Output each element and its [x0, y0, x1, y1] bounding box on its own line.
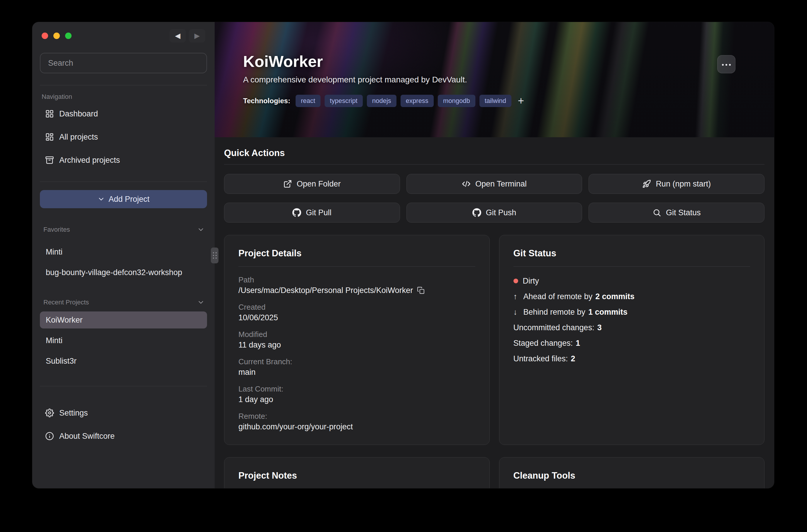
field-value: 10/06/2025	[238, 312, 278, 323]
project-title: KoiWorker	[243, 53, 710, 70]
recent-item-sublist3r[interactable]: Sublist3r	[40, 353, 207, 369]
favorite-item[interactable]: bug-bounty-village-defcon32-workshop	[40, 264, 207, 281]
zoom-window-button[interactable]	[65, 33, 72, 39]
sidebar: ◀ ▶ Navigation Dashboard	[32, 22, 215, 488]
close-window-button[interactable]	[42, 33, 48, 39]
recent-projects-section-label: Recent Projects	[42, 299, 89, 306]
field-modified: Modified 11 days ago	[238, 329, 475, 350]
sidebar-footer: Settings About Swiftcore	[40, 403, 207, 446]
recent-item-koiworker[interactable]: KoiWorker	[40, 311, 207, 328]
recent-projects-list: KoiWorker Minti Sublist3r	[40, 311, 207, 369]
divider	[238, 266, 475, 267]
project-subtitle: A comprehensive development project mana…	[243, 75, 710, 85]
recent-item-minti[interactable]: Minti	[40, 332, 207, 349]
projects-grid-icon	[45, 133, 54, 141]
button-label: Git Pull	[306, 208, 331, 217]
tech-tag-express: express	[401, 95, 434, 107]
button-label: Git Status	[666, 208, 701, 217]
divider	[40, 182, 207, 182]
desktop-background: ◀ ▶ Navigation Dashboard	[0, 0, 807, 532]
divider	[514, 266, 750, 267]
project-details-card: Project Details Path /Users/mac/Desktop/…	[224, 235, 490, 445]
git-row-untracked: Untracked files: 2	[514, 353, 750, 364]
tech-tag-typescript: typescript	[325, 95, 363, 107]
technologies-row: Technologies: react typescript nodejs ex…	[243, 95, 710, 107]
button-label: Run (npm start)	[656, 179, 711, 189]
sidebar-item-settings[interactable]: Settings	[40, 403, 207, 423]
card-title: Project Details	[238, 248, 475, 259]
project-details-fields: Path /Users/mac/Desktop/Personal Project…	[238, 275, 475, 432]
field-value: main	[238, 366, 256, 378]
copy-path-button[interactable]	[417, 286, 425, 295]
project-notes-card: Project Notes	[224, 457, 490, 488]
github-icon	[292, 208, 301, 217]
add-project-button[interactable]: Add Project	[40, 190, 207, 208]
open-folder-button[interactable]: Open Folder	[224, 174, 400, 194]
tech-tag-tailwind: tailwind	[479, 95, 512, 107]
rocket-icon	[642, 179, 651, 188]
info-cards-row: Project Details Path /Users/mac/Desktop/…	[224, 235, 765, 445]
arrow-down-icon: ↓	[514, 306, 520, 318]
recent-item-label: Sublist3r	[46, 357, 77, 366]
field-value: /Users/mac/Desktop/Personal Projects/Koi…	[238, 285, 413, 296]
chevron-down-icon	[97, 195, 105, 203]
cleanup-tools-card: Cleanup Tools	[499, 457, 765, 488]
field-label: Last Commit:	[238, 384, 475, 394]
ellipsis-icon	[721, 62, 732, 66]
button-label: Open Terminal	[475, 179, 527, 189]
minimize-window-button[interactable]	[53, 33, 60, 39]
more-options-button[interactable]	[717, 55, 735, 73]
technologies-label: Technologies:	[243, 97, 290, 105]
open-terminal-button[interactable]: Open Terminal	[406, 174, 582, 194]
field-path: Path /Users/mac/Desktop/Personal Project…	[238, 275, 475, 296]
git-row-behind: ↓ Behind remote by 1 commits	[514, 306, 750, 318]
field-label: Current Branch:	[238, 357, 475, 366]
tech-tag-mongodb: mongodb	[438, 95, 475, 107]
sidebar-item-about[interactable]: About Swiftcore	[40, 426, 207, 446]
archive-box-icon	[45, 156, 54, 165]
search-input[interactable]	[40, 53, 207, 73]
quick-actions-title: Quick Actions	[224, 148, 765, 158]
sidebar-item-all-projects[interactable]: All projects	[40, 127, 207, 147]
search-icon	[652, 208, 661, 217]
quick-actions-grid: Open Folder Open Terminal	[224, 174, 765, 223]
recent-projects-section-header[interactable]: Recent Projects	[40, 298, 207, 307]
add-technology-button[interactable]: +	[516, 96, 526, 105]
back-button[interactable]: ◀	[170, 29, 186, 42]
dashboard-grid-icon	[45, 109, 54, 118]
grip-icon	[213, 252, 217, 259]
field-remote: Remote: github.com/your-org/your-project	[238, 411, 475, 432]
field-label: Modified	[238, 329, 475, 339]
field-value: 11 days ago	[238, 339, 281, 350]
button-label: Open Folder	[297, 179, 341, 189]
field-label: Path	[238, 275, 475, 285]
card-title: Cleanup Tools	[514, 470, 750, 481]
main-content: Quick Actions Open Folder	[215, 137, 774, 488]
favorites-section-header[interactable]: Favorites	[40, 225, 207, 234]
sidebar-item-label: Archived projects	[59, 156, 120, 165]
chevron-down-icon[interactable]	[197, 226, 205, 233]
run-npm-start-button[interactable]: Run (npm start)	[589, 174, 765, 194]
divider	[40, 85, 207, 86]
main-panel: KoiWorker A comprehensive development pr…	[215, 22, 774, 488]
favorite-item-label: bug-bounty-village-defcon32-workshop	[46, 268, 182, 277]
sidebar-resize-handle[interactable]	[211, 248, 218, 263]
git-state-row: Dirty	[514, 276, 750, 287]
git-status-button[interactable]: Git Status	[589, 203, 765, 223]
sidebar-item-archived-projects[interactable]: Archived projects	[40, 150, 207, 170]
git-status-card: Git Status Dirty ↑ Ahead of remote by 2 …	[499, 235, 765, 445]
favorite-item[interactable]: Minti	[40, 243, 207, 261]
git-push-button[interactable]: Git Push	[406, 203, 582, 223]
chevron-down-icon[interactable]	[197, 299, 205, 306]
git-row-ahead: ↑ Ahead of remote by 2 commits	[514, 291, 750, 302]
tech-tag-react: react	[295, 95, 321, 107]
forward-button[interactable]: ▶	[189, 29, 205, 42]
git-pull-button[interactable]: Git Pull	[224, 203, 400, 223]
add-project-label: Add Project	[109, 195, 150, 204]
field-value: github.com/your-org/your-project	[238, 421, 353, 432]
forward-icon: ▶	[194, 32, 200, 40]
favorites-section-label: Favorites	[42, 226, 70, 233]
field-label: Remote:	[238, 411, 475, 421]
field-label: Created	[238, 302, 475, 312]
sidebar-item-dashboard[interactable]: Dashboard	[40, 104, 207, 124]
